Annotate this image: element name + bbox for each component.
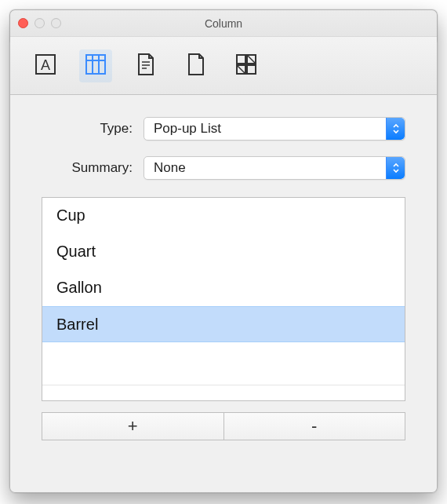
svg-rect-2 — [86, 55, 105, 74]
minimize-button[interactable] — [35, 18, 45, 28]
minus-icon: - — [311, 416, 317, 436]
layout-tab[interactable] — [230, 49, 263, 82]
page-icon — [185, 53, 207, 79]
summary-row: Summary: None — [42, 156, 405, 180]
svg-line-13 — [247, 55, 256, 64]
toolbar: A — [10, 37, 437, 95]
type-select[interactable]: Pop-up List — [144, 117, 405, 141]
remove-button[interactable]: - — [224, 413, 405, 440]
maximize-button[interactable] — [51, 18, 61, 28]
list-item[interactable]: Gallon — [42, 270, 405, 306]
dropdown-arrow-icon — [386, 118, 405, 140]
titlebar: Column — [10, 10, 437, 37]
list-item[interactable]: Quart — [42, 234, 405, 270]
list-item-label: Quart — [56, 243, 96, 261]
page-tab[interactable] — [180, 49, 213, 82]
list-item-label: Barrel — [56, 316, 98, 334]
list-item-label: Gallon — [56, 279, 102, 297]
traffic-lights — [18, 18, 61, 28]
document-icon — [135, 53, 157, 79]
list-items: CupQuartGallonBarrel — [42, 198, 405, 385]
close-button[interactable] — [18, 18, 28, 28]
svg-text:A: A — [41, 57, 50, 73]
options-listbox: CupQuartGallonBarrel — [42, 197, 405, 401]
type-label: Type: — [42, 121, 144, 137]
layout-icon — [234, 53, 258, 79]
svg-rect-12 — [247, 65, 256, 74]
inspector-body: Type: Pop-up List Summary: None — [10, 95, 437, 464]
summary-select[interactable]: None — [144, 156, 405, 180]
document-tab[interactable] — [129, 49, 162, 82]
text-icon: A — [34, 53, 57, 79]
type-value: Pop-up List — [154, 121, 221, 137]
summary-value: None — [154, 160, 186, 176]
list-spacer — [42, 385, 405, 400]
plus-icon: + — [128, 416, 138, 436]
dropdown-arrow-icon — [386, 157, 405, 179]
column-icon — [84, 53, 107, 79]
add-button[interactable]: + — [42, 413, 224, 440]
text-style-tab[interactable]: A — [29, 49, 62, 82]
svg-line-14 — [237, 65, 245, 74]
summary-label: Summary: — [42, 160, 144, 176]
list-item[interactable]: Barrel — [42, 306, 405, 342]
list-item-label: Cup — [56, 206, 85, 225]
type-row: Type: Pop-up List — [42, 117, 405, 141]
list-item[interactable]: Cup — [42, 198, 405, 234]
svg-rect-9 — [237, 55, 245, 64]
list-button-bar: + - — [42, 412, 405, 440]
window-title: Column — [205, 17, 242, 30]
inspector-window: Column A — [9, 9, 438, 493]
column-tab[interactable] — [79, 49, 112, 82]
